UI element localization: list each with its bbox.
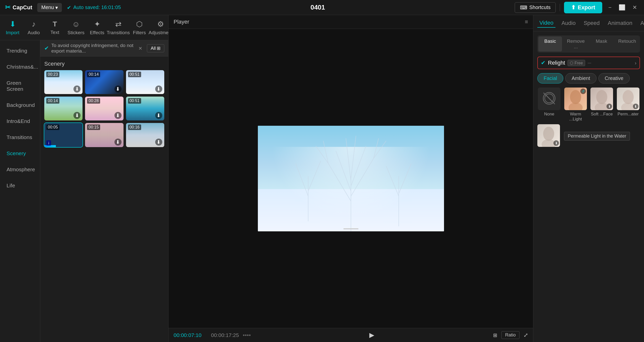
close-button[interactable]: ✕: [630, 3, 639, 12]
sidebar-item-christmas[interactable]: Christmas&...: [2, 59, 38, 74]
tooltip-perm-light: Permeable Light in the Water: [564, 132, 630, 141]
relight-header[interactable]: ✔ Relight ⬡ Free ··· ›: [537, 57, 640, 69]
auto-saved-icon: ✔: [67, 5, 71, 11]
media-card-2[interactable]: 00:14 ⬇: [85, 70, 123, 94]
total-time-value: 00:00:17:25: [211, 332, 239, 338]
basic-tab-remove[interactable]: Remove ...: [564, 36, 588, 52]
left-panel: ⬇ Import ♪ Audio T Text ☺ Stickers ✦ Eff…: [0, 15, 169, 342]
svg-line-5: [346, 138, 351, 181]
svg-point-20: [569, 103, 583, 110]
tool-import[interactable]: ⬇ Import: [3, 18, 23, 37]
perm-light-download-icon[interactable]: ⬇: [553, 140, 559, 146]
notice-close-button[interactable]: ✕: [138, 46, 142, 51]
svg-line-12: [296, 163, 308, 196]
media-card-7[interactable]: 00:05 i: [44, 123, 83, 147]
media-download-5[interactable]: ⬇: [114, 112, 122, 119]
tab-a[interactable]: A: [638, 19, 644, 27]
relight-label-warm-light: Warm ...Light: [564, 112, 588, 122]
media-download-2[interactable]: ⬇: [114, 86, 122, 93]
relight-mode-tabs: Facial Ambient Creative: [537, 73, 640, 83]
svg-line-15: [386, 166, 399, 196]
toolbar: ⬇ Import ♪ Audio T Text ☺ Stickers ✦ Eff…: [0, 15, 168, 40]
relight-check-icon: ✔: [541, 60, 545, 66]
sidebar-item-background[interactable]: Background: [2, 98, 38, 113]
relight-grid: None ↺ Warm ...Light: [537, 88, 640, 122]
import-icon: ⬇: [10, 20, 16, 28]
media-card-6[interactable]: 00:51 ⬇: [126, 97, 164, 120]
auto-saved-text: Auto saved: 16:01:05: [73, 5, 121, 10]
sidebar-item-intro-end[interactable]: Intro&End: [2, 114, 38, 129]
media-card-8[interactable]: 00:15 ⬇: [85, 123, 123, 147]
sidebar-item-atmosphere[interactable]: Atmosphere: [2, 162, 38, 177]
tool-text[interactable]: T Text: [45, 18, 65, 37]
tool-filters[interactable]: ⬡ Filters: [129, 18, 149, 37]
sidebar-item-life[interactable]: Life: [2, 178, 38, 193]
media-card-5[interactable]: 00:28 ⬇: [85, 97, 123, 120]
right-content: Basic Remove ... Mask Retouch ✔ Relight …: [533, 31, 644, 342]
media-card-3[interactable]: 00:51 ⬇: [126, 70, 164, 94]
relight-item-perm-ater[interactable]: ⬇ Perm...ater: [616, 88, 640, 122]
relight-item-none[interactable]: None: [537, 88, 561, 122]
tab-animation[interactable]: Animation: [606, 19, 634, 27]
adjustment-icon: ⚙: [157, 20, 164, 28]
minimize-button[interactable]: −: [606, 3, 614, 12]
tool-adjustment[interactable]: ⚙ Adjustment: [150, 18, 171, 37]
player-title: Player: [174, 19, 189, 25]
ratio-button[interactable]: Ratio: [501, 331, 519, 339]
tool-effects[interactable]: ✦ Effects: [87, 18, 107, 37]
media-download-8[interactable]: ⬇: [114, 139, 122, 146]
sidebar-item-trending[interactable]: Trending: [2, 43, 38, 58]
tab-speed[interactable]: Speed: [582, 19, 602, 27]
basic-tab-basic[interactable]: Basic: [538, 36, 562, 52]
media-time-2: 00:14: [87, 72, 100, 77]
media-card-9[interactable]: 00:16 ⬇: [126, 123, 164, 147]
media-grid: 00:23 ⬇ 00:14 ⬇ 00:51: [44, 70, 164, 147]
tool-stickers[interactable]: ☺ Stickers: [66, 18, 86, 37]
sidebar-item-green-screen[interactable]: Green Screen: [2, 75, 38, 97]
sidebar-item-transitions[interactable]: Transitions: [2, 130, 38, 145]
right-panel: Video Audio Speed Animation A › Basic Re…: [533, 15, 644, 342]
media-time-3: 00:51: [128, 72, 141, 77]
relight-mode-facial[interactable]: Facial: [537, 73, 563, 83]
relight-item-soft-face[interactable]: ⬇ Soft ...Face: [590, 88, 614, 122]
media-card-1[interactable]: 00:23 ⬇: [44, 70, 83, 94]
shortcuts-button[interactable]: ⌨ Shortcuts: [515, 2, 556, 13]
filter-icon: ⊞: [157, 46, 160, 51]
window-controls: − ⬜ ✕: [606, 3, 639, 12]
aspect-ratio-button[interactable]: ⊞: [493, 332, 497, 338]
basic-tab-mask[interactable]: Mask: [590, 36, 613, 52]
svg-point-19: [570, 90, 581, 104]
all-filter-button[interactable]: All ⊞: [147, 44, 164, 52]
warm-light-check-icon: ↺: [580, 89, 586, 94]
tool-transitions-label: Transitions: [107, 30, 130, 35]
media-time-9: 00:16: [128, 124, 141, 130]
sidebar-item-scenery[interactable]: Scenery: [2, 146, 38, 161]
media-download-3[interactable]: ⬇: [155, 86, 162, 93]
relight-item-perm-light[interactable]: ⬇: [537, 124, 560, 147]
relight-section: ✔ Relight ⬡ Free ··· › Facial Ambient Cr…: [537, 57, 640, 147]
play-button[interactable]: ▶: [369, 331, 374, 339]
tab-video[interactable]: Video: [537, 19, 555, 28]
svg-line-3: [336, 151, 351, 191]
relight-item-warm-light[interactable]: ↺ Warm ...Light: [564, 88, 588, 122]
media-time-5: 00:28: [87, 98, 100, 104]
fullscreen-button[interactable]: ⤢: [524, 332, 528, 338]
tool-text-label: Text: [51, 30, 59, 35]
tab-audio[interactable]: Audio: [559, 19, 578, 27]
perm-ater-download-icon[interactable]: ⬇: [633, 104, 638, 109]
basic-tab-retouch[interactable]: Retouch: [615, 36, 639, 52]
relight-badge: ⬡ Free: [568, 60, 585, 66]
menu-button[interactable]: Menu ▾: [37, 3, 62, 12]
media-download-9[interactable]: ⬇: [155, 139, 162, 146]
media-card-4[interactable]: 00:14 ⬇: [44, 97, 83, 120]
maximize-button[interactable]: ⬜: [617, 3, 627, 12]
tool-audio[interactable]: ♪ Audio: [24, 18, 44, 37]
media-time-8: 00:15: [87, 124, 100, 130]
relight-mode-ambient[interactable]: Ambient: [565, 73, 596, 83]
svg-line-16: [399, 163, 411, 194]
player-menu-icon[interactable]: ≡: [525, 19, 528, 25]
tool-transitions[interactable]: ⇄ Transitions: [108, 18, 128, 37]
media-time-7: 00:05: [46, 124, 59, 130]
relight-mode-creative[interactable]: Creative: [598, 73, 630, 83]
export-button[interactable]: ⬆ Export: [564, 2, 602, 13]
